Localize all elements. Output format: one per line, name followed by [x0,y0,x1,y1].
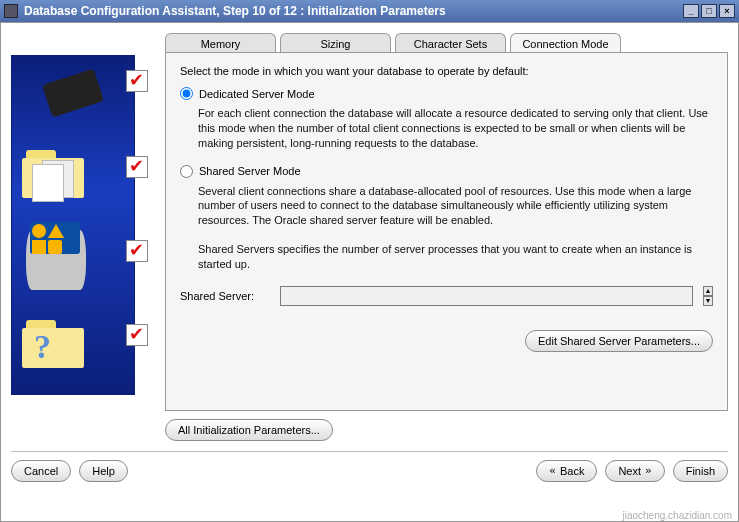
tab-connection-mode[interactable]: Connection Mode [510,33,621,53]
step-check-icon [126,156,148,178]
tab-sizing[interactable]: Sizing [280,33,391,53]
chip-icon [42,68,104,117]
divider [11,451,728,452]
back-button-label: Back [560,461,584,481]
all-initialization-parameters-button[interactable]: All Initialization Parameters... [165,419,333,441]
minimize-button[interactable]: _ [683,4,699,18]
dedicated-mode-desc: For each client connection the database … [198,106,713,151]
connection-mode-panel: Select the mode in which you want your d… [165,52,728,411]
dedicated-mode-label: Dedicated Server Mode [199,88,315,100]
shared-server-input[interactable] [280,286,693,306]
back-button[interactable]: « Back [536,460,597,482]
folder-icon [22,150,84,198]
shared-mode-desc: Several client connections share a datab… [198,184,713,229]
tab-memory[interactable]: Memory [165,33,276,53]
watermark: jiaocheng.chazidian.com [622,510,732,521]
shared-mode-label: Shared Server Mode [199,165,301,177]
spinner-down-button[interactable]: ▼ [703,296,713,306]
dedicated-mode-radio[interactable] [180,87,193,100]
footer: Cancel Help « Back Next » Finish [11,460,728,482]
next-button-label: Next [618,461,641,481]
cancel-button[interactable]: Cancel [11,460,71,482]
intro-text: Select the mode in which you want your d… [180,65,713,77]
shapes-icon [30,222,80,254]
folder-icon [22,320,84,368]
shared-server-spinner: ▲ ▼ [703,286,713,306]
tab-bar: Memory Sizing Character Sets Connection … [165,33,728,53]
edit-shared-server-params-button[interactable]: Edit Shared Server Parameters... [525,330,713,352]
question-icon: ? [34,328,51,366]
next-button[interactable]: Next » [605,460,664,482]
step-check-icon [126,324,148,346]
step-check-icon [126,70,148,92]
titlebar: Database Configuration Assistant, Step 1… [0,0,739,22]
app-icon [4,4,18,18]
tab-character-sets[interactable]: Character Sets [395,33,506,53]
finish-button[interactable]: Finish [673,460,728,482]
back-arrow-icon: « [549,461,556,481]
next-arrow-icon: » [645,461,652,481]
shared-server-field-label: Shared Server: [180,290,270,302]
wizard-steps-graphic: ? [11,55,135,395]
help-button[interactable]: Help [79,460,128,482]
close-button[interactable]: × [719,4,735,18]
spinner-up-button[interactable]: ▲ [703,286,713,296]
maximize-button[interactable]: □ [701,4,717,18]
step-check-icon [126,240,148,262]
window-title: Database Configuration Assistant, Step 1… [24,4,446,18]
shared-servers-desc: Shared Servers specifies the number of s… [198,242,713,272]
shared-mode-radio[interactable] [180,165,193,178]
